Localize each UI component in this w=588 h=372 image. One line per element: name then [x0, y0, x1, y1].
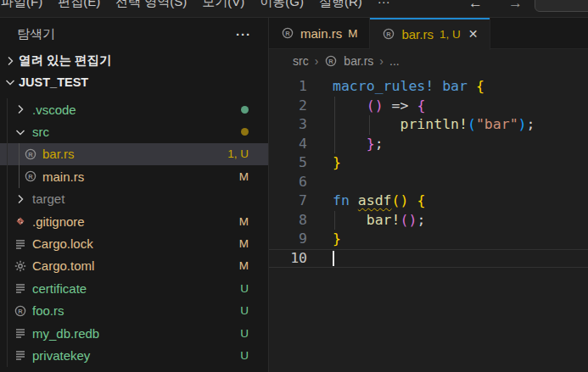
menu-item[interactable]: 보기(V): [194, 0, 252, 11]
indent-guide: [19, 143, 20, 188]
chevron-right-icon: ›: [379, 54, 384, 68]
file-name: .vscode: [32, 103, 241, 117]
file-icon: [14, 237, 27, 251]
file-name: certificate: [32, 281, 240, 296]
tab-bar.rs[interactable]: Rbar.rs1, U✕: [370, 18, 490, 50]
line-number: 5: [269, 153, 307, 173]
line-number: 2: [269, 97, 307, 116]
code-line-4[interactable]: 4 };: [269, 135, 588, 154]
tab-status-badge: M: [348, 27, 357, 40]
chevron-right-icon: [14, 192, 27, 206]
code-line-3[interactable]: 3 println!("bar");: [269, 115, 588, 135]
menu-item[interactable]: ···: [370, 0, 398, 11]
tab-main.rs[interactable]: Rmain.rsM: [269, 18, 370, 48]
git-status-badge: U: [240, 304, 249, 317]
file-name: src: [32, 125, 241, 139]
close-icon[interactable]: ✕: [468, 27, 479, 41]
code-text: bar!();: [333, 211, 425, 230]
text-cursor: [333, 251, 334, 266]
svg-text:R: R: [285, 30, 290, 37]
git-status-badge: 1, U: [227, 147, 249, 160]
tree-row-privatekey[interactable]: privatekeyU: [0, 344, 268, 366]
code-line-9[interactable]: 9}: [269, 230, 588, 249]
chevron-right-icon: [14, 103, 27, 116]
menu-bar: 파일(F)편집(E)선택 영역(S)보기(V)이동(G)실행(R)···: [0, 0, 398, 11]
svg-text:R: R: [387, 31, 392, 38]
more-actions-icon[interactable]: ···: [236, 27, 251, 42]
breadcrumb-item[interactable]: ...: [389, 54, 400, 68]
file-name: privatekey: [32, 348, 240, 363]
menu-item[interactable]: 파일(F): [0, 0, 50, 11]
code-line-2[interactable]: 2 () => {: [269, 97, 588, 116]
menu-item[interactable]: 이동(G): [252, 0, 311, 11]
tree-row-Cargo.lock[interactable]: Cargo.lockM: [0, 232, 268, 254]
chevron-down-icon: [3, 75, 17, 89]
svg-text:R: R: [28, 173, 33, 180]
menu-item[interactable]: 실행(R): [311, 0, 370, 11]
explorer-sidebar: 탐색기 ··· 열려 있는 편집기 JUST_TEST .vscodesrcRb…: [0, 18, 269, 372]
code-line-5[interactable]: 5}: [269, 153, 588, 173]
section-just-test[interactable]: JUST_TEST: [0, 71, 268, 92]
status-dot-badge: [241, 128, 249, 136]
file-name: Cargo.lock: [32, 236, 239, 251]
code-line-6[interactable]: 6: [269, 173, 588, 192]
breadcrumb-item[interactable]: src: [293, 54, 309, 68]
rust-icon: R: [24, 169, 37, 183]
code-text: () => {: [333, 97, 425, 116]
gear-icon: [14, 259, 27, 273]
chevron-right-icon: ›: [315, 54, 319, 68]
nav-forward-icon[interactable]: →: [508, 0, 523, 12]
tree-row-.vscode[interactable]: .vscode: [0, 98, 268, 120]
code-text: }: [333, 230, 341, 249]
code-line-7[interactable]: 7fn asdf() {: [269, 192, 588, 211]
file-name: .gitignore: [32, 214, 239, 229]
command-center-search[interactable]: [535, 0, 588, 12]
line-number: 8: [269, 211, 307, 230]
file-icon: [14, 326, 27, 340]
svg-text:R: R: [28, 151, 33, 158]
section-open-editors[interactable]: 열려 있는 편집기: [0, 50, 268, 71]
code-line-1[interactable]: 1macro_rules! bar {: [269, 77, 588, 97]
tab-status-badge: 1, U: [440, 28, 461, 41]
menu-item[interactable]: 선택 영역(S): [108, 0, 194, 11]
file-tree: .vscodesrcRbar.rs1, URmain.rsMtarget.git…: [0, 98, 268, 367]
tree-row-target[interactable]: target: [0, 188, 268, 210]
git-status-badge: U: [240, 327, 249, 340]
git-status-badge: M: [239, 259, 249, 272]
git-status-badge: M: [239, 237, 249, 250]
section-label: JUST_TEST: [19, 75, 88, 89]
svg-text:R: R: [18, 307, 23, 314]
nav-back-icon[interactable]: ←: [468, 0, 483, 12]
tree-row-main.rs[interactable]: Rmain.rsM: [0, 165, 268, 187]
title-bar: 파일(F)편집(E)선택 영역(S)보기(V)이동(G)실행(R)··· ← →: [0, 0, 588, 18]
code-line-8[interactable]: 8 bar!();: [269, 211, 588, 230]
status-dot-badge: [241, 106, 249, 114]
file-name: my_db.redb: [32, 326, 240, 341]
code-text: };: [333, 135, 384, 154]
tree-row-certificate[interactable]: certificateU: [0, 277, 268, 299]
tree-row-.gitignore[interactable]: .gitignoreM: [0, 210, 268, 232]
tree-row-src[interactable]: src: [0, 120, 268, 142]
rust-icon: R: [324, 54, 338, 68]
file-name: Cargo.toml: [32, 258, 239, 273]
breadcrumb-item[interactable]: bar.rs: [344, 54, 373, 68]
line-number: 10: [269, 249, 307, 269]
file-name: target: [32, 192, 249, 206]
code-editor[interactable]: 1macro_rules! bar {2 () => {3 println!("…: [269, 72, 588, 372]
git-status-badge: M: [239, 170, 249, 183]
explorer-title: 탐색기: [17, 26, 55, 42]
explorer-header: 탐색기 ···: [0, 18, 268, 50]
file-icon: [14, 281, 27, 295]
tree-row-foo.rs[interactable]: Rfoo.rsU: [0, 300, 268, 322]
section-label: 열려 있는 편집기: [19, 53, 112, 69]
code-text: macro_rules! bar {: [333, 77, 484, 97]
code-line-10[interactable]: 10: [269, 249, 588, 269]
tree-row-bar.rs[interactable]: Rbar.rs1, U: [0, 143, 268, 165]
line-number: 3: [269, 115, 307, 135]
rust-icon: R: [281, 26, 294, 40]
git-status-badge: M: [239, 215, 249, 228]
tree-row-my_db.redb[interactable]: my_db.redbU: [0, 322, 268, 344]
code-text: }: [333, 153, 341, 173]
tree-row-Cargo.toml[interactable]: Cargo.tomlM: [0, 255, 268, 277]
menu-item[interactable]: 편집(E): [50, 0, 108, 11]
